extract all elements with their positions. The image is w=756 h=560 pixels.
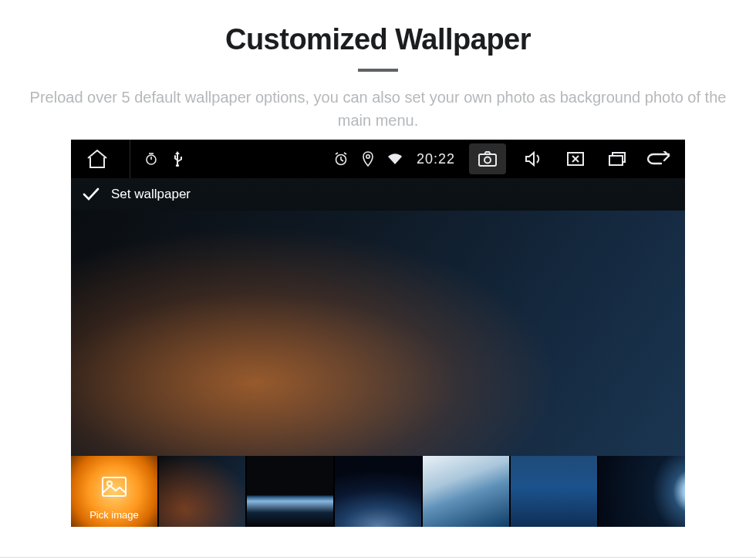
wallpaper-thumb[interactable]	[423, 456, 509, 527]
timer-icon	[144, 152, 158, 166]
volume-icon[interactable]	[520, 145, 548, 173]
wallpaper-thumb[interactable]	[159, 456, 245, 527]
screenshot-icon[interactable]	[469, 143, 506, 174]
set-wallpaper-label: Set wallpaper	[111, 187, 191, 202]
svg-rect-3	[479, 154, 496, 166]
wifi-icon	[387, 153, 403, 165]
svg-point-8	[107, 481, 112, 486]
wallpaper-preview	[71, 211, 685, 456]
check-icon	[82, 187, 100, 202]
set-wallpaper-button[interactable]: Set wallpaper	[71, 178, 685, 211]
svg-rect-6	[609, 156, 623, 165]
wallpaper-thumb[interactable]	[247, 456, 333, 527]
pick-image-label: Pick image	[71, 509, 157, 521]
wallpaper-thumb[interactable]	[511, 456, 597, 527]
clock-text: 20:22	[417, 151, 455, 167]
svg-point-2	[366, 155, 370, 158]
close-window-icon[interactable]	[562, 145, 589, 173]
svg-rect-7	[103, 477, 126, 496]
alarm-icon	[333, 151, 349, 167]
page-title: Customized Wallpaper	[0, 23, 756, 56]
location-icon	[363, 151, 373, 167]
divider	[0, 557, 756, 558]
wallpaper-thumb[interactable]	[335, 456, 421, 527]
page-subtitle: Preload over 5 default wallpaper options…	[0, 86, 756, 140]
device-screenshot: 20:22	[71, 140, 685, 527]
back-icon[interactable]	[645, 145, 673, 173]
pick-image-button[interactable]: Pick image	[71, 456, 157, 527]
status-bar: 20:22	[71, 140, 685, 178]
svg-point-4	[484, 157, 491, 164]
home-icon[interactable]	[83, 145, 111, 173]
wallpaper-thumb[interactable]	[599, 456, 685, 527]
usb-icon	[172, 151, 183, 167]
title-underline	[358, 69, 398, 72]
wallpaper-thumbs: Pick image	[71, 456, 685, 527]
recent-apps-icon[interactable]	[603, 145, 631, 173]
divider	[130, 140, 130, 178]
